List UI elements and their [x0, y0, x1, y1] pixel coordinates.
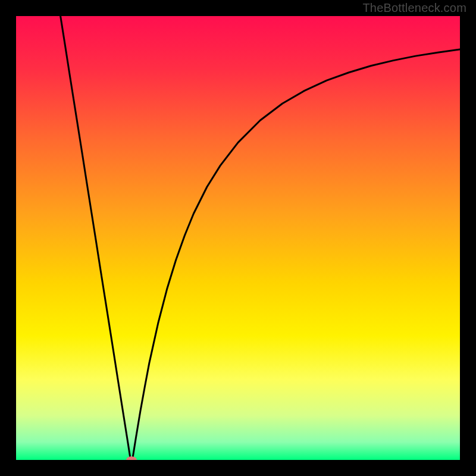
gradient-background [16, 16, 460, 460]
chart-svg [16, 16, 460, 460]
chart-container: TheBottleneck.com [0, 0, 476, 476]
watermark-text: TheBottleneck.com [362, 1, 466, 15]
plot-area [16, 16, 460, 460]
